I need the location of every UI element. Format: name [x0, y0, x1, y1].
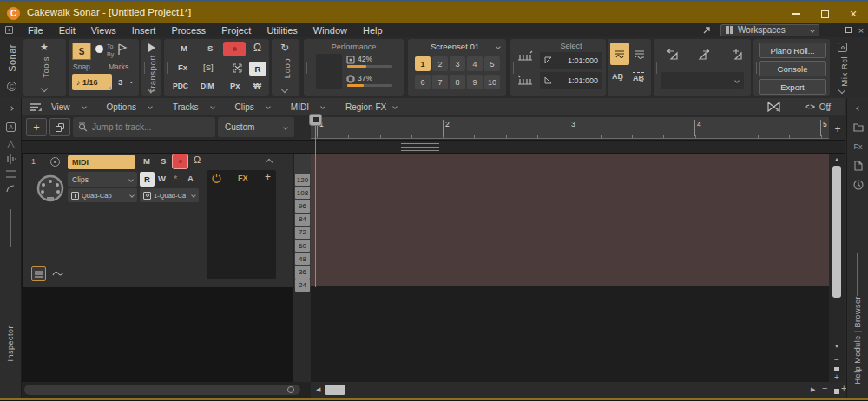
- track-solo-button[interactable]: S: [161, 156, 166, 166]
- headphones-icon[interactable]: Ω: [253, 42, 261, 54]
- vertical-scroll-thumb[interactable]: [832, 166, 841, 298]
- marks-flag-icon[interactable]: [117, 43, 128, 56]
- next-marker-button[interactable]: [697, 48, 711, 62]
- pane-splitter[interactable]: [22, 140, 845, 154]
- fx-bypass-button[interactable]: Fx: [178, 62, 187, 72]
- screenset-5-button[interactable]: 5: [484, 56, 500, 71]
- mute-button[interactable]: M: [181, 43, 187, 53]
- menu-help[interactable]: Help: [363, 25, 383, 36]
- trackpane-scroll-fit-icon[interactable]: [287, 386, 294, 393]
- menu-edit[interactable]: Edit: [59, 25, 76, 36]
- document-icon[interactable]: [5, 26, 13, 34]
- track-write-automation-button[interactable]: W: [158, 174, 166, 183]
- tools-expand-icon[interactable]: [41, 85, 48, 92]
- duplicate-track-button[interactable]: [49, 118, 70, 136]
- mdi-minimize-icon[interactable]: [830, 30, 842, 31]
- minimize-button[interactable]: [781, 3, 811, 24]
- track-read-automation-button[interactable]: R: [140, 172, 155, 187]
- clips-empty-area[interactable]: [311, 286, 829, 382]
- automation-write-button[interactable]: [631, 43, 648, 65]
- tv-menu-midi[interactable]: MIDI: [291, 102, 325, 112]
- trackview-menu-icon[interactable]: [29, 102, 43, 112]
- menu-project[interactable]: Project: [221, 25, 251, 36]
- sidebar-scroll-indicator[interactable]: [10, 209, 11, 247]
- vertical-scrollbar[interactable]: ▲ ▼ − +: [829, 154, 845, 382]
- mix-recall-expand-icon[interactable]: [838, 87, 845, 94]
- timeline-ruler[interactable]: 1 2 3 4 5: [311, 117, 829, 139]
- arranger-icon[interactable]: A: [0, 120, 22, 134]
- output-dropdown[interactable]: 1-Quad-Ca: [140, 188, 199, 202]
- snap-resolution-button[interactable]: ♪ 1/16: [72, 74, 112, 90]
- search-input[interactable]: [92, 122, 210, 132]
- loop-expand-icon[interactable]: [281, 86, 288, 93]
- fx-bin[interactable]: FX +: [207, 170, 276, 279]
- menu-utilities[interactable]: Utilities: [266, 25, 297, 36]
- hzoom-out-button[interactable]: −: [822, 383, 827, 393]
- mix-recall-icon[interactable]: [838, 43, 847, 52]
- clips-hscrollbar[interactable]: ◀ ▶ − +: [311, 382, 845, 398]
- export-button[interactable]: Export: [759, 79, 826, 95]
- loop-module[interactable]: ↻ Loop: [272, 39, 299, 96]
- track-name-field[interactable]: MIDI: [68, 155, 135, 169]
- snap-to-by-toggle[interactable]: [95, 45, 103, 53]
- mdi-restore-icon[interactable]: [842, 27, 854, 33]
- mix-b-button[interactable]: AB: [633, 72, 644, 82]
- track-archive-button[interactable]: A: [187, 174, 194, 183]
- menu-views[interactable]: Views: [91, 25, 116, 36]
- mdi-close-icon[interactable]: ×: [854, 25, 868, 36]
- close-button[interactable]: ×: [838, 3, 868, 24]
- screenset-6-button[interactable]: 6: [415, 75, 431, 89]
- vzoom-slider[interactable]: [834, 367, 839, 371]
- vzoom-in-button[interactable]: +: [829, 372, 845, 382]
- px-button[interactable]: Px: [230, 81, 240, 90]
- select-from-field[interactable]: 1:01:000: [540, 52, 602, 69]
- select-to-field[interactable]: 1:01:000: [540, 72, 602, 89]
- track-patch-icon[interactable]: *: [174, 174, 177, 184]
- tv-menu-clips[interactable]: Clips: [235, 102, 270, 112]
- menu-process[interactable]: Process: [171, 25, 206, 36]
- expand-left-icon[interactable]: [0, 102, 22, 115]
- automation-dropdown[interactable]: Clips: [68, 172, 137, 187]
- scroll-up-icon[interactable]: ▲: [829, 154, 845, 164]
- menu-window[interactable]: Window: [313, 25, 347, 36]
- snap-count-value[interactable]: 3: [118, 77, 122, 87]
- menu-file[interactable]: File: [28, 25, 43, 36]
- track-mute-button[interactable]: M: [143, 156, 150, 166]
- plugins-fx-icon[interactable]: Fx: [847, 140, 868, 154]
- automation-read-button[interactable]: [610, 43, 629, 65]
- track-search-box[interactable]: [73, 117, 215, 137]
- dim-solo-button[interactable]: DIM: [201, 82, 214, 90]
- screenset-4-button[interactable]: 4: [467, 56, 483, 71]
- menu-insert[interactable]: Insert: [132, 25, 156, 36]
- scroll-right-icon[interactable]: ▶: [811, 386, 815, 393]
- tv-menu-view[interactable]: View: [51, 102, 86, 112]
- warning-icon[interactable]: △: [0, 136, 22, 150]
- collapse-right-icon[interactable]: [847, 102, 868, 115]
- screenset-2-button[interactable]: 2: [432, 56, 448, 71]
- pdc-button[interactable]: PDC: [173, 82, 188, 90]
- marker-dropdown[interactable]: [661, 72, 744, 89]
- screenset-dropdown[interactable]: Screenset 01: [420, 42, 500, 51]
- screenset-8-button[interactable]: 8: [450, 75, 465, 89]
- transport-module[interactable]: Transport: [141, 39, 161, 96]
- hzoom-slider[interactable]: [834, 389, 839, 394]
- trackpane-hscrollbar[interactable]: [24, 385, 300, 395]
- waveform-preview-button[interactable]: ₩: [253, 81, 261, 90]
- xray-toggle[interactable]: <> Off: [805, 102, 831, 112]
- solo-button[interactable]: S: [207, 43, 213, 53]
- prev-marker-button[interactable]: [666, 48, 680, 62]
- scroll-left-icon[interactable]: ◀: [316, 386, 320, 393]
- track-strip[interactable]: 1 MIDI M S Ω Clips R W * A FX + Quad-Cap…: [23, 154, 293, 287]
- play-icon[interactable]: [148, 43, 155, 52]
- snap-dot-indicator[interactable]: .: [130, 76, 133, 85]
- list-icon[interactable]: [0, 167, 22, 181]
- screenset-3-button[interactable]: 3: [450, 56, 465, 71]
- title-bar[interactable]: C Cakewalk Sonar - [Untitled Project1*] …: [0, 2, 868, 23]
- fx-add-button[interactable]: +: [265, 171, 271, 183]
- undock-icon[interactable]: [702, 25, 712, 35]
- loop-icon[interactable]: ↻: [280, 42, 289, 54]
- select-ruler-end-icon[interactable]: [517, 74, 533, 86]
- spread-icon[interactable]: [232, 62, 243, 74]
- tv-menu-options[interactable]: Options: [107, 102, 152, 112]
- workspaces-dropdown[interactable]: Workspaces: [720, 24, 819, 36]
